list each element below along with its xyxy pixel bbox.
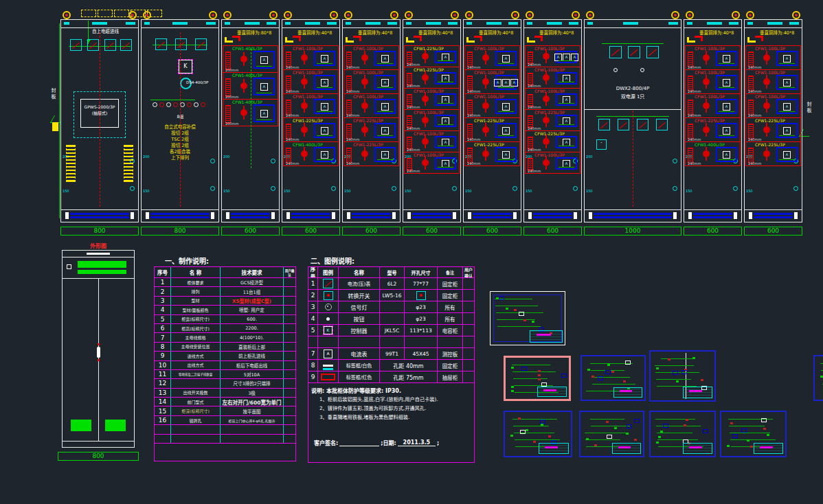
horizontal-busbar <box>473 216 512 218</box>
meter-box: A <box>776 75 798 90</box>
meter-box: A <box>776 51 798 66</box>
user-confirm-cell <box>284 297 295 305</box>
screw-icon <box>733 186 738 191</box>
busbar-wire-icon <box>232 36 240 41</box>
busbar-cap <box>146 212 149 219</box>
meter-box: A <box>716 123 737 138</box>
horizontal-busbar <box>352 213 391 215</box>
component-mark <box>506 308 508 310</box>
top-label-block <box>64 22 69 25</box>
table-row: 8标签框/白色孔距 40mm固定柜 <box>308 360 474 371</box>
breaker-row: CFW1-100L/3PA240mm <box>526 89 580 110</box>
busbar-cap <box>794 212 798 219</box>
table-row: 2排列11台1组 <box>155 287 295 296</box>
meter-box: A <box>495 51 517 66</box>
legend-notes-area: 说明: 本批柜体防护等级要求: IP30.1、柜前后装铝圈头,蓝底,白字.(放柜… <box>308 383 474 452</box>
panel-meter-icon: A <box>260 56 268 64</box>
meter-box: A <box>776 99 798 114</box>
breaker-row: CFW1-225L/3PA240mm <box>344 142 398 165</box>
breaker-label: CFW1-100L/3P <box>755 46 785 51</box>
screw-icon <box>452 186 457 191</box>
legend-hole-size: φ23 <box>405 313 438 324</box>
needle <box>106 42 114 48</box>
date-value: 2011.3.5 <box>398 439 436 446</box>
device-label: DWX2-800/4P <box>585 86 681 91</box>
table-row: 5柜宽(标称尺寸)600. <box>155 315 295 324</box>
row-number: 13 <box>155 389 171 397</box>
width-dimension-label: 600 <box>363 227 379 235</box>
component-mark <box>598 376 603 380</box>
circuit-line <box>591 426 630 426</box>
component-mark <box>727 445 730 447</box>
lifting-eye-icon <box>63 11 71 19</box>
breaker-sub-label: 240mm <box>528 106 541 109</box>
sheet-thumbnail-schematic-3 <box>649 411 716 457</box>
top-label-block <box>365 22 381 25</box>
panel-meter-icon: A <box>381 103 389 111</box>
lifting-eye-icon <box>143 11 151 19</box>
cabinet-top-band <box>524 20 581 28</box>
breaker-row: CFW1-100L/3PA240mm <box>526 67 580 89</box>
breaker-label: CFW1-400L/3P <box>232 73 262 78</box>
breaker-symbol-icon <box>361 78 368 85</box>
component-mark <box>607 435 612 439</box>
lifting-eye-icon <box>465 11 473 19</box>
panel-meter-icon <box>104 39 116 51</box>
busbar-cap <box>513 212 517 219</box>
cad-drawing-canvas[interactable]: { "canvas": {"background": "#1e252d", "a… <box>0 0 823 504</box>
meter-box: A <box>253 51 275 69</box>
busbar-cap <box>589 212 592 219</box>
breaker-symbol-icon <box>482 126 489 133</box>
breaker-row: CFW1-100L/3PA240mm <box>344 94 398 118</box>
breaker-sub-label: 240mm <box>407 127 420 130</box>
row-number: 8 <box>308 360 318 371</box>
spec-name: 柜体要求 <box>171 278 221 286</box>
user-confirm-cell <box>284 406 295 415</box>
lifting-eye-icon <box>792 11 800 19</box>
nameplate-bar <box>78 261 126 268</box>
cabinet-elevation-2: 200150KDS4-400/3P8组自立式电容补偿投切 2组TSC 2组投切 … <box>141 19 219 236</box>
breaker-sub-label: 240mm <box>407 170 420 173</box>
breaker-label: CFW1-225L/3P <box>353 142 383 147</box>
front-view-title: 外形图 <box>58 242 139 249</box>
breaker-sub-label: 240mm <box>688 90 701 93</box>
component-mark <box>523 319 526 321</box>
top-label-block <box>569 22 578 25</box>
user-confirm-cell <box>463 360 474 371</box>
legend-model: 6L2 <box>380 278 405 289</box>
breaker-row: CFW1-100L/3PA240mm <box>405 152 459 173</box>
top-label-block <box>547 22 562 25</box>
dimension-cell <box>98 10 113 17</box>
panel-meter-icon: A <box>442 96 449 104</box>
spec-value: 柜前上门中心开4-φ6孔,孔眼齐 <box>221 416 284 424</box>
top-label-block <box>668 22 678 25</box>
breaker-row: CFW1-100L/3PA240mm <box>686 94 740 118</box>
screw-icon <box>271 186 275 191</box>
row-number: 15 <box>155 406 171 415</box>
cabinet-frame: 200150垂直铜排为:40*8CFW1-100L/3PA240mmCFW1-1… <box>744 19 802 222</box>
lifting-eye-icon <box>405 11 413 19</box>
row-number: 4 <box>155 306 171 314</box>
component-mark <box>730 422 733 424</box>
horizontal-busbar <box>291 216 330 218</box>
breaker-label: CFW1-225L/3P <box>755 142 785 147</box>
panel-meter-icon <box>195 38 207 50</box>
spec-value: 直装柜后上部 <box>221 343 284 351</box>
cable-hatch <box>225 105 231 124</box>
title-block <box>539 443 569 454</box>
panel-meter-icon: A <box>563 139 570 146</box>
table-row <box>155 425 295 434</box>
screw-icon <box>793 186 798 191</box>
breaker-row: CFW1-100L/3PAAA240mm <box>465 70 519 94</box>
component-mark <box>594 444 597 446</box>
circuit-line <box>656 379 691 380</box>
panel-meter-icon: A <box>571 54 578 61</box>
spec-name: 型材/面板颜色 <box>171 306 221 314</box>
lifting-eye-icon <box>209 11 217 19</box>
component-mark <box>741 428 747 433</box>
component-mark <box>519 312 524 316</box>
breaker-row: CFW1-100L/3PA240mm <box>284 46 338 70</box>
component-mark <box>656 442 659 444</box>
legend-hole-size: 孔距 75mm <box>380 371 438 382</box>
needle <box>89 42 97 48</box>
